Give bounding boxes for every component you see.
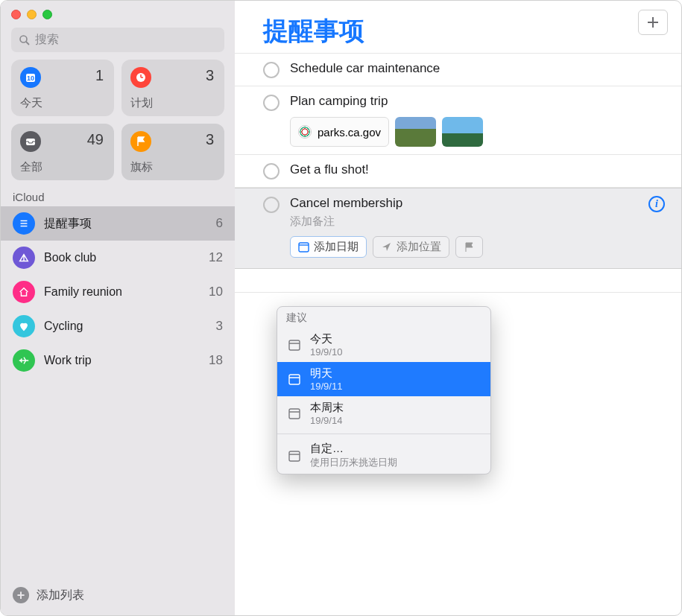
svg-rect-15 <box>289 340 300 350</box>
location-icon <box>381 241 392 253</box>
popover-item-sub: 19/9/10 <box>310 346 342 358</box>
reminders-list: Schedule car maintenancePlan camping tri… <box>235 53 681 293</box>
flag-icon <box>464 241 475 253</box>
tile-label: 全部 <box>20 160 42 174</box>
reminder-item[interactable]: Get a flu shot! <box>235 155 681 188</box>
reminder-item[interactable]: Plan camping tripparks.ca.gov <box>235 86 681 155</box>
popover-date-item[interactable]: 今天19/9/10 <box>277 328 490 362</box>
sidebar-list-item[interactable]: Family reunion10 <box>1 275 235 309</box>
calendar-icon: 10 <box>20 67 41 88</box>
calendar-icon <box>286 337 303 353</box>
tile-tray[interactable]: 49全部 <box>11 124 114 180</box>
popover-item-sub: 使用日历来挑选日期 <box>310 456 397 469</box>
close-window-button[interactable] <box>11 10 21 19</box>
plus-circle-icon: + <box>13 587 29 603</box>
tile-flag[interactable]: 3旗标 <box>121 124 224 180</box>
sidebar: 搜索 101今天3计划49全部3旗标 iCloud 提醒事项6Book club… <box>1 1 235 615</box>
search-wrap: 搜索 <box>1 28 235 60</box>
list-name: Book club <box>44 251 209 264</box>
tile-count: 49 <box>87 131 104 148</box>
link-text: parks.ca.gov <box>318 126 381 139</box>
reminder-item[interactable] <box>235 269 681 293</box>
svg-point-0 <box>20 36 27 42</box>
reminder-title: Plan camping trip <box>290 94 388 109</box>
attachment-link[interactable]: parks.ca.gov <box>290 117 389 147</box>
reminder-checkbox[interactable] <box>263 197 280 213</box>
search-icon <box>19 34 31 46</box>
plus-icon <box>646 16 660 29</box>
sidebar-list-item[interactable]: 提醒事项6 <box>1 206 235 241</box>
popover-header: 建议 <box>277 307 490 328</box>
list-name: Family reunion <box>44 285 209 299</box>
sidebar-list-item[interactable]: Work trip18 <box>1 343 235 378</box>
tile-clock[interactable]: 3计划 <box>121 60 224 116</box>
main-header: 提醒事项 <box>235 1 681 53</box>
reminder-checkbox[interactable] <box>263 163 280 180</box>
reminder-checkbox[interactable] <box>263 95 280 111</box>
tile-count: 1 <box>95 67 104 84</box>
reminder-notes-placeholder[interactable]: 添加备注 <box>290 215 663 229</box>
svg-rect-21 <box>289 451 300 461</box>
popover-item-title: 明天 <box>310 366 342 381</box>
heart-icon <box>13 315 35 337</box>
svg-rect-17 <box>289 375 300 384</box>
list-count: 6 <box>216 216 223 231</box>
add-location-label: 添加位置 <box>397 240 441 254</box>
add-list-label: 添加列表 <box>37 588 84 603</box>
reminder-title: Cancel membership <box>290 196 402 211</box>
add-location-button[interactable]: 添加位置 <box>373 236 449 258</box>
tile-count: 3 <box>206 131 214 148</box>
app-window: 搜索 101今天3计划49全部3旗标 iCloud 提醒事项6Book club… <box>0 0 682 616</box>
list-count: 3 <box>216 319 223 334</box>
reminder-checkbox[interactable] <box>263 62 280 78</box>
info-button[interactable]: i <box>648 196 665 212</box>
popover-date-item[interactable]: 明天19/9/11 <box>277 362 490 396</box>
tile-label: 计划 <box>130 96 153 110</box>
calendar-icon <box>286 448 303 464</box>
reminder-item[interactable]: Schedule car maintenance <box>235 53 681 86</box>
list-name: Work trip <box>44 354 209 367</box>
tray-icon <box>20 131 41 152</box>
add-date-button[interactable]: 添加日期 <box>290 236 367 258</box>
maximize-window-button[interactable] <box>42 10 52 19</box>
add-list-button[interactable]: + 添加列表 <box>1 578 235 615</box>
add-date-label: 添加日期 <box>314 240 359 254</box>
list-title: 提醒事项 <box>263 14 364 48</box>
svg-line-1 <box>26 42 29 45</box>
sidebar-list-item[interactable]: Book club12 <box>1 241 235 275</box>
search-placeholder: 搜索 <box>35 32 59 48</box>
add-reminder-button[interactable] <box>638 10 668 35</box>
list-icon <box>13 212 35 235</box>
attachment-thumbnail[interactable] <box>395 117 436 147</box>
sidebar-list-item[interactable]: Cycling3 <box>1 309 235 343</box>
popover-item-custom[interactable]: 自定… 使用日历来挑选日期 <box>277 437 490 474</box>
calendar-icon <box>286 405 303 422</box>
list-count: 18 <box>209 353 223 368</box>
svg-rect-19 <box>289 409 300 419</box>
calendar-icon <box>286 371 303 387</box>
popover-separator <box>277 434 490 434</box>
popover-item-title: 本周末 <box>310 401 344 415</box>
favicon-icon <box>298 125 312 139</box>
section-label: iCloud <box>1 189 235 206</box>
house-icon <box>13 281 35 303</box>
svg-text:10: 10 <box>27 74 34 82</box>
list-name: 提醒事项 <box>44 216 216 232</box>
calendar-icon <box>298 241 309 253</box>
popover-item-sub: 19/9/11 <box>310 381 342 392</box>
list-container: 提醒事项6Book club12Family reunion10Cycling3… <box>1 206 235 578</box>
tile-calendar[interactable]: 101今天 <box>11 60 114 116</box>
list-count: 12 <box>209 250 223 265</box>
reminder-title: Schedule car maintenance <box>290 61 440 76</box>
minimize-window-button[interactable] <box>27 10 37 19</box>
popover-date-item[interactable]: 本周末19/9/14 <box>277 396 490 431</box>
tent-icon <box>13 247 35 269</box>
flag-button[interactable] <box>455 236 483 258</box>
popover-item-title: 自定… <box>310 442 397 456</box>
search-input[interactable]: 搜索 <box>11 28 224 52</box>
attachment-thumbnail[interactable] <box>442 117 483 147</box>
svg-rect-13 <box>299 243 309 252</box>
plane-icon <box>13 349 35 372</box>
reminder-item[interactable]: Cancel membership添加备注添加日期添加位置i <box>235 188 681 269</box>
popover-item-title: 今天 <box>310 332 342 346</box>
